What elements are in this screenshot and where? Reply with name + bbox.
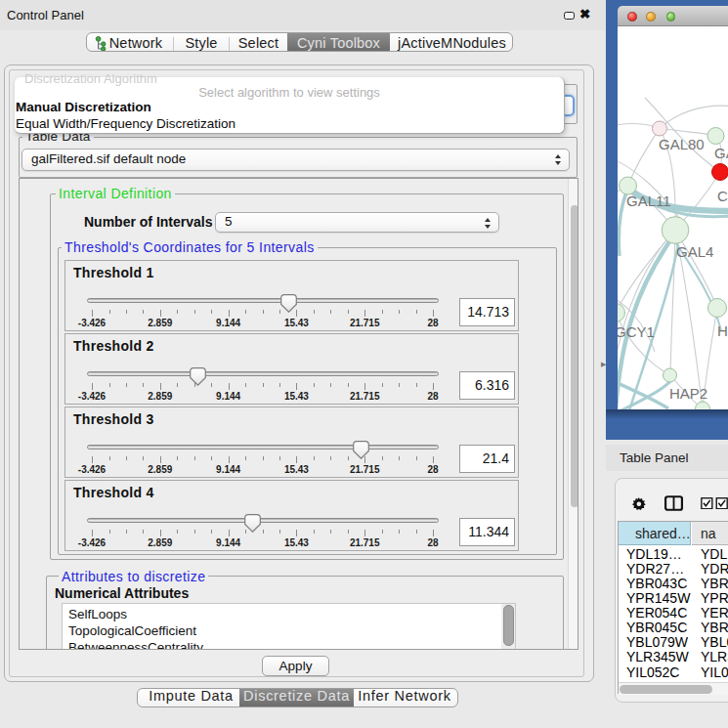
svg-text:GA: GA — [714, 145, 728, 161]
svg-text:GAL11: GAL11 — [626, 193, 671, 209]
svg-text:GAL4: GAL4 — [676, 243, 713, 260]
svg-text:HAP2: HAP2 — [669, 385, 707, 402]
svg-text:C: C — [717, 188, 728, 204]
svg-text:H: H — [717, 322, 728, 339]
svg-text:GAL80: GAL80 — [659, 136, 705, 152]
svg-text:GCY1: GCY1 — [618, 323, 655, 340]
